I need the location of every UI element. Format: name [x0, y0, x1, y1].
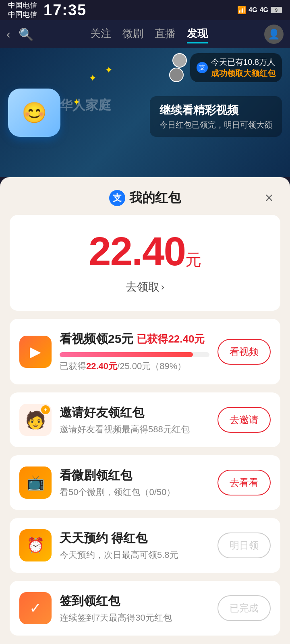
task-video-title: 看视频领25元 — [60, 331, 133, 347]
task-drama-sub: 看50个微剧，领红包（0/50） — [60, 486, 209, 498]
watch-video-button[interactable]: 看视频 — [218, 339, 271, 365]
task-card-schedule: ⏰ 天天预约 得红包 今天预约，次日最高可领5.8元 明日领 — [10, 518, 280, 573]
checkmark-icon: ✓ — [29, 600, 41, 617]
banner-cta[interactable]: 继续看精彩视频 今日红包已领完，明日可领大额 — [150, 96, 282, 137]
mascot-face: 😊 — [22, 101, 47, 124]
modal-header: 支 我的红包 × — [0, 177, 290, 215]
task-info-invite: 邀请好友领红包 邀请好友看视频最高得588元红包 — [60, 405, 209, 436]
carrier-info: 中国电信 中国电信 — [8, 1, 37, 20]
task-info-watch-video: 看视频领25元 已获得22.40元 已获得22.40元/25.00元（89%） — [60, 331, 209, 372]
watch-drama-button[interactable]: 去看看 — [218, 470, 271, 495]
banner-cta-sub: 今日红包已领完，明日可领大额 — [160, 120, 272, 130]
invite-button[interactable]: 去邀请 — [218, 407, 271, 433]
task-card-checkin: ✓ 签到领红包 连续签到7天最高得30元红包 已完成 — [10, 581, 280, 636]
amount-display: 22.40元 — [22, 231, 268, 271]
tab-discover[interactable]: 发现 — [187, 25, 208, 43]
modal-title: 我的红包 — [129, 189, 181, 207]
task-invite-title: 邀请好友领红包 — [60, 405, 209, 421]
task-row-invite: 🧑 + 邀请好友领红包 邀请好友看视频最高得588元红包 去邀请 — [19, 404, 271, 436]
star-deco-1: ✦ — [89, 72, 97, 84]
modal: 支 我的红包 × 22.40元 去领取 › ▶ 看视频领25元 已获得22.40… — [0, 177, 290, 644]
signal-4g-icon: 4G — [249, 6, 257, 14]
task-row-drama: 📺 看微剧领红包 看50个微剧，领红包（0/50） 去看看 — [19, 466, 271, 499]
task-icon-schedule: ⏰ — [19, 529, 52, 561]
close-button[interactable]: × — [260, 189, 278, 207]
task-drama-title: 看微剧领红包 — [60, 467, 209, 484]
amount-unit: 元 — [185, 251, 201, 268]
nav-bar: ‹ 🔍 关注 微剧 直播 发现 👤 — [0, 20, 290, 48]
task-schedule-title: 天天预约 得红包 — [60, 530, 209, 547]
task-icon-drama: 📺 — [19, 466, 52, 499]
task-video-sub: 已获得22.40元/25.00元（89%） — [60, 360, 209, 372]
battery-icon: 9 — [271, 7, 282, 13]
nav-tabs: 关注 微剧 直播 发现 — [41, 25, 256, 43]
notif-bubble: 支 今天已有10.8万人 成功领取大额红包 — [190, 53, 282, 82]
play-icon: ▶ — [30, 343, 41, 360]
notif-avatars — [172, 53, 187, 82]
task-info-checkin: 签到领红包 连续签到7天最高得30元红包 — [60, 593, 209, 624]
status-icons: 📶 4G 4G 9 — [237, 6, 282, 14]
claim-chevron-icon: › — [161, 281, 164, 293]
task-checkin-sub: 连续签到7天最高得30元红包 — [60, 612, 209, 624]
search-icon[interactable]: 🔍 — [19, 27, 33, 41]
clock-icon: ⏰ — [27, 537, 45, 554]
claim-link[interactable]: 去领取 › — [22, 279, 268, 295]
checkin-button[interactable]: 已完成 — [218, 595, 271, 621]
amount-card: 22.40元 去领取 › — [10, 215, 280, 311]
task-icon-video: ▶ — [19, 336, 52, 368]
progress-bar-wrap — [60, 352, 209, 357]
task-row-watch-video: ▶ 看视频领25元 已获得22.40元 已获得22.40元/25.00元（89%… — [19, 331, 271, 372]
task-invite-sub: 邀请好友看视频最高得588元红包 — [60, 423, 209, 436]
task-card-invite: 🧑 + 邀请好友领红包 邀请好友看视频最高得588元红包 去邀请 — [10, 392, 280, 447]
tab-drama[interactable]: 微剧 — [122, 25, 143, 43]
notif-avatar-1 — [172, 53, 187, 68]
task-row-checkin: ✓ 签到领红包 连续签到7天最高得30元红包 已完成 — [19, 592, 271, 624]
drama-icon: 📺 — [27, 474, 45, 491]
task-card-watch-video: ▶ 看视频领25元 已获得22.40元 已获得22.40元/25.00元（89%… — [10, 319, 280, 384]
task-info-schedule: 天天预约 得红包 今天预约，次日最高可领5.8元 — [60, 530, 209, 561]
status-bar: 中国电信 中国电信 17:35 📶 4G 4G 9 — [0, 0, 290, 20]
signal-4g-2-icon: 4G — [260, 6, 268, 14]
notification-bar: 支 今天已有10.8万人 成功领取大额红包 — [0, 48, 290, 82]
modal-alipay-icon: 支 — [109, 190, 125, 206]
task-info-drama: 看微剧领红包 看50个微剧，领红包（0/50） — [60, 467, 209, 498]
tab-follow[interactable]: 关注 — [90, 25, 111, 43]
task-checkin-title: 签到领红包 — [60, 593, 209, 609]
notif-text: 今天已有10.8万人 成功领取大额红包 — [211, 56, 276, 79]
banner-area: ✦ ✦ ✦ 支 今天已有10.8万人 成功领取大额红包 子间入在华人家庭 😊 继… — [0, 48, 290, 177]
progress-bar-fill — [60, 352, 193, 357]
tab-live[interactable]: 直播 — [155, 25, 176, 43]
amount-value: 22.40 — [89, 229, 185, 274]
schedule-button[interactable]: 明日领 — [218, 533, 271, 558]
status-time: 17:35 — [44, 2, 87, 19]
task-card-drama: 📺 看微剧领红包 看50个微剧，领红包（0/50） 去看看 — [10, 455, 280, 510]
notif-avatar-2 — [169, 68, 184, 82]
task-icon-checkin: ✓ — [19, 592, 52, 624]
task-schedule-sub: 今天预约，次日最高可领5.8元 — [60, 549, 209, 561]
task-row-schedule: ⏰ 天天预约 得红包 今天预约，次日最高可领5.8元 明日领 — [19, 529, 271, 561]
avatar[interactable]: 👤 — [264, 25, 284, 44]
notif-alipay-icon: 支 — [197, 62, 208, 73]
task-video-earned: 已获得22.40元 — [137, 332, 205, 346]
banner-cta-title: 继续看精彩视频 — [160, 103, 272, 118]
banner-mascot: 😊 — [8, 89, 72, 153]
star-deco-3: ✦ — [105, 64, 113, 76]
wifi-icon: 📶 — [237, 6, 246, 14]
back-icon[interactable]: ‹ — [6, 27, 10, 41]
task-icon-invite: 🧑 + — [19, 404, 52, 436]
